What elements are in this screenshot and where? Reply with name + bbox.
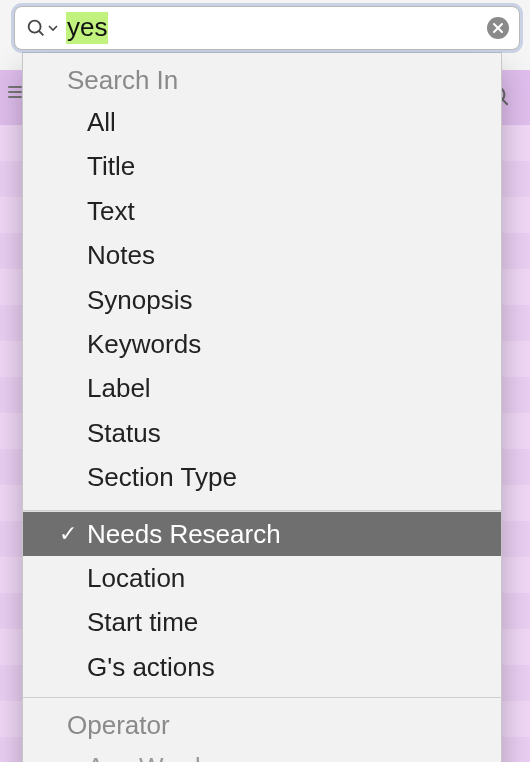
svg-line-3 (39, 31, 43, 35)
search-input[interactable]: yes (66, 12, 487, 43)
menu-section-header: Search In (23, 61, 501, 100)
svg-point-2 (29, 21, 41, 33)
search-input-value: yes (66, 12, 108, 43)
menu-item-status[interactable]: Status (23, 411, 501, 455)
menu-item-text[interactable]: Text (23, 189, 501, 233)
search-field[interactable]: yes (14, 6, 520, 50)
menu-item-label[interactable]: Label (23, 366, 501, 410)
menu-item-synopsis[interactable]: Synopsis (23, 278, 501, 322)
menu-separator (23, 697, 501, 698)
menu-item-any-word[interactable]: Any Word (23, 745, 501, 762)
list-view-icon (8, 86, 22, 98)
menu-item-all[interactable]: All (23, 100, 501, 144)
menu-item-gs-actions[interactable]: G's actions (23, 645, 501, 689)
menu-item-title[interactable]: Title (23, 144, 501, 188)
menu-item-keywords[interactable]: Keywords (23, 322, 501, 366)
menu-item-location[interactable]: Location (23, 556, 501, 600)
clear-search-button[interactable] (487, 17, 509, 39)
menu-item-section-type[interactable]: Section Type (23, 455, 501, 499)
checkmark-icon: ✓ (59, 518, 77, 549)
menu-item-notes[interactable]: Notes (23, 233, 501, 277)
search-scope-menu[interactable]: Search In All Title Text Notes Synopsis … (22, 52, 502, 762)
svg-line-1 (502, 99, 507, 104)
chevron-down-icon (48, 23, 58, 33)
menu-item-start-time[interactable]: Start time (23, 600, 501, 644)
search-scope-button[interactable] (25, 17, 64, 39)
menu-item-needs-research[interactable]: ✓ Needs Research (23, 512, 501, 556)
menu-section-header: Operator (23, 706, 501, 745)
